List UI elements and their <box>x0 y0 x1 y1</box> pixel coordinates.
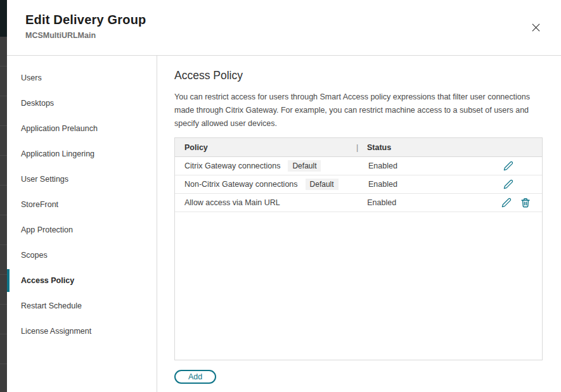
table-row: Non-Citrix Gateway connections Default E… <box>175 175 542 194</box>
edit-delivery-group-dialog: Edit Delivery Group MCSMultiURLMain User… <box>7 0 561 392</box>
sidebar-item-label: Scopes <box>21 251 48 260</box>
policy-status: Enabled <box>367 198 501 207</box>
delete-trash-icon[interactable] <box>520 198 531 208</box>
default-badge: Default <box>306 179 339 190</box>
sidebar-item-label: License Assignment <box>21 327 91 336</box>
policy-status: Enabled <box>368 180 503 189</box>
close-icon[interactable] <box>529 21 542 34</box>
dialog-body: Users Desktops Application Prelaunch App… <box>7 56 561 392</box>
dialog-header: Edit Delivery Group MCSMultiURLMain <box>7 0 561 56</box>
sidebar-item-license-assignment[interactable]: License Assignment <box>7 319 157 344</box>
delivery-group-name: MCSMultiURLMain <box>25 31 561 40</box>
section-heading: Access Policy <box>174 70 561 81</box>
row-actions <box>503 179 542 190</box>
table-header: Policy | Status <box>175 138 542 157</box>
background-app-edge <box>0 0 7 392</box>
access-policy-table: Policy | Status Citrix Gateway connectio… <box>174 137 543 360</box>
policy-cell: Citrix Gateway connections Default <box>175 160 368 172</box>
default-badge: Default <box>288 160 321 172</box>
sidebar-item-label: Application Prelaunch <box>21 124 98 133</box>
sidebar-item-label: App Protection <box>21 225 73 234</box>
table-row: Citrix Gateway connections Default Enabl… <box>175 157 542 175</box>
page-title: Edit Delivery Group <box>25 13 561 27</box>
policy-name: Non-Citrix Gateway connections <box>184 180 298 189</box>
sidebar-item-label: Desktops <box>21 99 54 108</box>
sidebar-item-storefront[interactable]: StoreFront <box>7 192 157 217</box>
table-row: Allow access via Main URL Enabled <box>175 194 542 212</box>
sidebar-item-users[interactable]: Users <box>7 65 157 91</box>
access-policy-panel: Access Policy You can restrict access fo… <box>157 56 561 392</box>
row-actions <box>503 161 542 172</box>
policy-name: Citrix Gateway connections <box>184 161 280 170</box>
sidebar-item-label: Application Lingering <box>21 149 94 158</box>
sidebar-item-application-prelaunch[interactable]: Application Prelaunch <box>7 116 157 141</box>
sidebar-item-access-policy[interactable]: Access Policy <box>7 268 157 293</box>
background-app-list <box>0 37 7 392</box>
sidebar-item-user-settings[interactable]: User Settings <box>7 167 157 192</box>
sidebar-item-label: Restart Schedule <box>21 301 82 310</box>
edit-pencil-icon[interactable] <box>501 198 512 208</box>
add-button[interactable]: Add <box>174 370 216 384</box>
sidebar-item-label: Access Policy <box>21 276 74 285</box>
sidebar-item-scopes[interactable]: Scopes <box>7 243 157 268</box>
sidebar-item-application-lingering[interactable]: Application Lingering <box>7 141 157 167</box>
edit-pencil-icon[interactable] <box>503 179 513 190</box>
policy-name: Allow access via Main URL <box>184 198 280 207</box>
sidebar-item-label: StoreFront <box>21 200 58 209</box>
sidebar-item-label: User Settings <box>21 175 68 184</box>
section-description: You can restrict access for users throug… <box>174 91 542 130</box>
selected-indicator-bar <box>7 269 10 292</box>
sidebar-item-label: Users <box>21 73 42 82</box>
sidebar-item-restart-schedule[interactable]: Restart Schedule <box>7 293 157 319</box>
policy-status: Enabled <box>368 161 503 170</box>
edit-pencil-icon[interactable] <box>503 161 513 172</box>
column-header-policy: Policy <box>175 143 356 152</box>
column-header-status: Status <box>358 143 391 152</box>
policy-cell: Allow access via Main URL <box>175 198 367 207</box>
settings-sidebar: Users Desktops Application Prelaunch App… <box>7 56 157 392</box>
sidebar-item-desktops[interactable]: Desktops <box>7 91 157 116</box>
background-app-header <box>0 0 7 37</box>
policy-cell: Non-Citrix Gateway connections Default <box>175 179 368 190</box>
sidebar-item-app-protection[interactable]: App Protection <box>7 217 157 243</box>
table-empty-area <box>175 212 542 360</box>
row-actions <box>501 198 542 208</box>
